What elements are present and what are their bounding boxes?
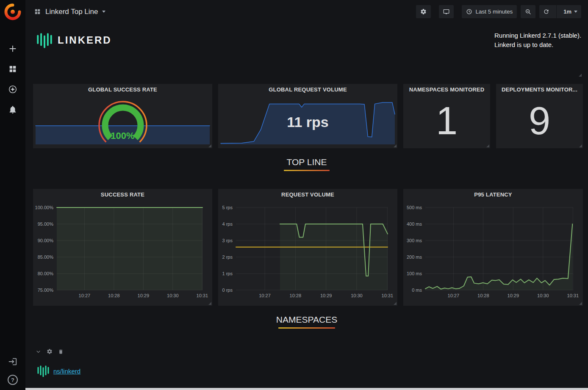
series-fill: [57, 207, 202, 290]
plot-area: [425, 207, 573, 290]
y-tick-label: 100.00%: [35, 205, 53, 210]
y-tick-label: 500 ms: [407, 205, 422, 210]
section-title: TOP LINE: [25, 157, 588, 168]
chevron-down-icon[interactable]: [36, 349, 41, 354]
cycle-view-button[interactable]: [439, 5, 454, 18]
linkerd-wordmark: LINKERD: [58, 34, 112, 46]
panel-title[interactable]: GLOBAL REQUEST VOLUME: [218, 84, 397, 96]
panel-resize-handle[interactable]: [579, 74, 582, 77]
x-tick-label: 10:30: [167, 293, 179, 298]
series-line: [425, 224, 572, 289]
x-axis-labels: 10:2710:2810:2910:3010:31: [236, 290, 388, 299]
success-rate-chart: 100.00%95.00%90.00%85.00%80.00%75.00% 10…: [57, 207, 202, 290]
panel-namespaces-monitored: NAMESPACES MONITORED 1: [403, 84, 490, 148]
y-tick-label: 0 rps: [222, 288, 233, 293]
linkerd-logo: [36, 31, 53, 49]
panel-resize-handle[interactable]: [208, 302, 211, 305]
sign-in-icon[interactable]: [8, 357, 17, 366]
alert-bell-icon[interactable]: [8, 105, 17, 114]
trash-icon[interactable]: [58, 349, 64, 354]
version-status-line1: Running Linkerd 2.7.1 (stable).: [494, 31, 581, 40]
refresh-interval-dropdown[interactable]: 1m: [560, 5, 581, 18]
refresh-interval-label: 1m: [563, 8, 571, 15]
namespace-link[interactable]: ns/linkerd: [53, 368, 80, 375]
panel-title[interactable]: REQUEST VOLUME: [218, 189, 397, 201]
sidebar: ?: [0, 0, 25, 390]
plus-icon[interactable]: [8, 44, 17, 53]
dashboard-title[interactable]: Linkerd Top Line: [45, 8, 98, 16]
panel-title[interactable]: NAMESPACES MONITORED: [403, 84, 490, 96]
panel-title[interactable]: DEPLOYMENTS MONITOR...: [496, 84, 583, 96]
grafana-logo[interactable]: [4, 3, 21, 20]
dashboards-icon[interactable]: [8, 64, 17, 74]
section-namespaces: NAMESPACES: [25, 314, 588, 329]
y-tick-label: 90.00%: [38, 238, 53, 243]
x-tick-label: 10:31: [382, 293, 394, 298]
panel-title[interactable]: GLOBAL SUCCESS RATE: [33, 84, 212, 96]
panel-resize-handle[interactable]: [486, 144, 489, 147]
namespaces-panel-controls: [36, 349, 64, 354]
panel-deployments-monitored: DEPLOYMENTS MONITOR... 9: [496, 84, 583, 148]
y-tick-label: 2 rps: [222, 254, 233, 260]
apps-icon: [34, 8, 41, 15]
y-tick-label: 5 rps: [222, 205, 233, 210]
y-tick-label: 3 rps: [222, 238, 233, 243]
panel-resize-handle[interactable]: [579, 302, 582, 305]
success-rate-gauge: [87, 98, 159, 149]
x-tick-label: 10:31: [567, 293, 579, 298]
x-tick-label: 10:29: [508, 293, 519, 298]
explore-star-icon[interactable]: [8, 85, 17, 94]
x-axis-labels: 10:2710:2810:2910:3010:31: [425, 290, 573, 299]
y-tick-label: 100 ms: [407, 271, 422, 276]
y-axis-labels: 100.00%95.00%90.00%85.00%80.00%75.00%: [31, 207, 57, 290]
section-top-line: TOP LINE: [25, 157, 588, 171]
chart-svg: [236, 207, 388, 290]
stat-value: 9: [496, 95, 583, 147]
y-axis-labels: 5 rps4 rps3 rps2 rps1 rps0 rps: [211, 207, 236, 290]
section-underline: [278, 327, 335, 329]
refresh-button[interactable]: [539, 5, 553, 18]
plot-area: [57, 207, 202, 290]
y-tick-label: 85.00%: [38, 254, 53, 260]
y-tick-label: 0 ms: [412, 288, 422, 293]
y-tick-label: 4 rps: [222, 221, 233, 227]
caret-down-icon: [574, 11, 577, 13]
x-tick-label: 10:30: [351, 293, 363, 298]
y-tick-label: 400 ms: [407, 221, 422, 227]
panel-global-success-rate: GLOBAL SUCCESS RATE 100%: [33, 84, 212, 148]
panel-resize-handle[interactable]: [208, 144, 211, 147]
time-range-label: Last 5 minutes: [475, 8, 513, 15]
panel-title[interactable]: SUCCESS RATE: [33, 189, 212, 201]
x-tick-label: 10:29: [320, 293, 332, 298]
linkerd-brand: LINKERD: [36, 31, 112, 49]
chart-svg: [57, 207, 202, 290]
plot-area: [236, 207, 388, 290]
version-status: Running Linkerd 2.7.1 (stable). Linkerd …: [494, 31, 581, 50]
panel-resize-handle[interactable]: [394, 302, 397, 305]
zoom-out-button[interactable]: [521, 5, 535, 18]
x-tick-label: 10:29: [138, 293, 150, 298]
panel-title[interactable]: P95 LATENCY: [403, 189, 583, 201]
time-range-button[interactable]: Last 5 minutes: [462, 5, 517, 18]
dashboard-title-group[interactable]: Linkerd Top Line: [34, 8, 105, 16]
p95-latency-chart: 500 ms400 ms300 ms200 ms100 ms0 ms 10:27…: [425, 207, 573, 290]
x-tick-label: 10:27: [79, 293, 91, 298]
panel-request-volume: REQUEST VOLUME 5 rps4 rps3 rps2 rps1 rps…: [218, 189, 397, 306]
y-tick-label: 80.00%: [38, 271, 53, 276]
x-tick-label: 10:31: [197, 293, 208, 298]
x-tick-label: 10:28: [108, 293, 120, 298]
gear-icon[interactable]: [47, 349, 53, 354]
monitor-icon: [443, 8, 449, 15]
help-icon[interactable]: ?: [8, 375, 18, 385]
caret-down-icon: [102, 11, 105, 13]
request-volume-chart: 5 rps4 rps3 rps2 rps1 rps0 rps 10:2710:2…: [236, 207, 388, 290]
x-tick-label: 10:27: [259, 293, 271, 298]
divider: [556, 5, 557, 18]
linkerd-logo: [36, 364, 50, 378]
panel-resize-handle[interactable]: [579, 144, 582, 147]
panel-success-rate: SUCCESS RATE 100.00%95.00%90.00%85.00%80…: [33, 189, 212, 306]
settings-button[interactable]: [416, 5, 431, 18]
y-tick-label: 300 ms: [407, 238, 422, 243]
bottom-panel-edge: [25, 388, 588, 390]
panel-p95-latency: P95 LATENCY 500 ms400 ms300 ms200 ms100 …: [403, 189, 583, 306]
